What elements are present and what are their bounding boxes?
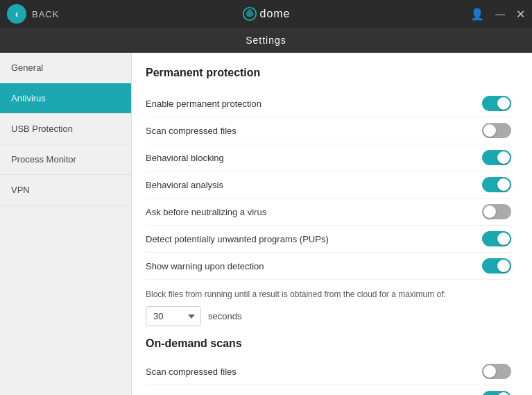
app-body: General Antivirus USB Protection Process… (0, 53, 532, 395)
toggle-row-behavioral-analysis: Behavioral analysis (146, 171, 511, 199)
seconds-row: 30 10 20 60 120 seconds (146, 306, 511, 326)
close-button[interactable]: ✕ (516, 8, 525, 21)
toggle-row-behavioral-blocking: Behavioral blocking (146, 144, 511, 171)
toggle-label-detect-pups: Detect potentially unwanted programs (PU… (146, 234, 329, 244)
toggle-behavioral-blocking[interactable] (482, 150, 511, 165)
back-button[interactable]: ‹ (7, 4, 26, 24)
title-bar-right: 👤 — ✕ (470, 8, 525, 21)
toggle-row-enable-permanent: Enable permanent protection (146, 90, 511, 117)
title-bar-center: dome (241, 6, 290, 22)
sidebar-item-process-monitor[interactable]: Process Monitor (0, 144, 131, 175)
toggle-enable-permanent[interactable] (482, 96, 511, 111)
toggle-row-scan-compressed: Scan compressed files (146, 117, 511, 144)
dome-logo-text: dome (259, 8, 290, 20)
toggle-ask-neutralizing[interactable] (482, 204, 511, 219)
toggle-row-ask-neutralizing: Ask before neutralizing a virus (146, 199, 511, 226)
toggle-label-ask-neutralizing: Ask before neutralizing a virus (146, 207, 266, 217)
title-bar-left: ‹ BACK (7, 4, 59, 24)
dome-logo: dome (241, 6, 290, 22)
toggle-label-enable-permanent: Enable permanent protection (146, 99, 261, 109)
sidebar-item-antivirus[interactable]: Antivirus (0, 83, 131, 114)
page-title: Settings (246, 35, 286, 46)
toggle-row-od-detect-pups: Detect potentially unwanted programs (PU… (146, 385, 511, 395)
sidebar-item-usb-protection[interactable]: USB Protection (0, 114, 131, 144)
on-demand-title: On-demand scans (146, 337, 511, 350)
seconds-label: seconds (208, 311, 241, 321)
toggle-od-scan-compressed[interactable] (482, 364, 511, 379)
header-bar: Settings (0, 28, 532, 53)
toggle-row-show-warning: Show warning upon detection (146, 253, 511, 280)
toggle-od-detect-pups[interactable] (482, 391, 511, 395)
toggle-label-behavioral-analysis: Behavioral analysis (146, 180, 223, 190)
sidebar-item-general[interactable]: General (0, 53, 131, 83)
toggle-show-warning[interactable] (482, 258, 511, 274)
toggle-label-show-warning: Show warning upon detection (146, 261, 264, 271)
minimize-button[interactable]: — (495, 8, 505, 19)
dome-logo-icon (241, 6, 257, 22)
back-label[interactable]: BACK (32, 9, 59, 19)
title-bar: ‹ BACK dome 👤 — ✕ (0, 0, 532, 28)
toggle-label-od-scan-compressed: Scan compressed files (146, 367, 237, 377)
sidebar: General Antivirus USB Protection Process… (0, 53, 132, 395)
toggle-row-detect-pups: Detect potentially unwanted programs (PU… (146, 226, 511, 253)
toggle-label-behavioral-blocking: Behavioral blocking (146, 153, 224, 163)
permanent-protection-title: Permanent protection (146, 67, 511, 79)
toggle-behavioral-analysis[interactable] (482, 177, 511, 192)
seconds-select[interactable]: 30 10 20 60 120 (146, 306, 201, 326)
toggle-detect-pups[interactable] (482, 231, 511, 246)
toggle-row-od-scan-compressed: Scan compressed files (146, 358, 511, 385)
sidebar-item-vpn[interactable]: VPN (0, 175, 131, 205)
user-icon[interactable]: 👤 (470, 8, 484, 21)
main-content: Permanent protection Enable permanent pr… (132, 53, 532, 395)
block-description: Block files from running until a result … (146, 288, 511, 301)
toggle-scan-compressed[interactable] (482, 123, 511, 138)
toggle-label-scan-compressed: Scan compressed files (146, 126, 237, 136)
